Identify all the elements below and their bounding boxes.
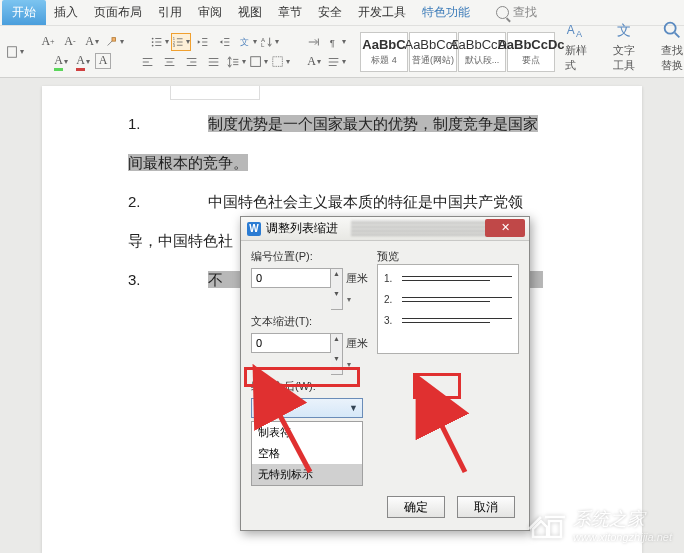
- styles-gallery[interactable]: AaBbC标题 4 AaBbCcD普通(网站) AaBbCcDd默认段... A…: [360, 32, 555, 72]
- number-position-input[interactable]: [251, 268, 331, 288]
- show-marks-button[interactable]: [326, 53, 346, 71]
- clipboard-button[interactable]: [4, 43, 24, 61]
- svg-text:文: 文: [617, 23, 631, 38]
- svg-line-50: [276, 408, 310, 472]
- align-right-button[interactable]: [182, 53, 202, 71]
- doc-text: 中国特色社会主义最本质的特征是中国共产党领: [208, 193, 523, 210]
- ribbon-toolbar: A+ A- A A A A 123 文 AL: [0, 26, 684, 78]
- list-number: 3.: [128, 260, 208, 299]
- svg-text:A: A: [567, 23, 575, 37]
- svg-rect-39: [272, 56, 282, 66]
- clear-format-button[interactable]: [104, 33, 124, 51]
- spinner-buttons[interactable]: ▲▼: [331, 333, 343, 375]
- tab-layout[interactable]: 页面布局: [86, 0, 150, 25]
- spinner-buttons[interactable]: ▲▼: [331, 268, 343, 310]
- preview-box: 1. 2. 3.: [377, 264, 519, 354]
- tab-view[interactable]: 视图: [230, 0, 270, 25]
- style-emphasis[interactable]: AaBbCcDc要点: [507, 32, 555, 72]
- title-blur: [351, 220, 501, 236]
- svg-point-6: [151, 44, 153, 46]
- chevron-down-icon: ▼: [349, 403, 358, 413]
- dialog-title: 调整列表缩进: [266, 220, 338, 237]
- font-color-button[interactable]: A: [73, 53, 93, 71]
- char-shading-button[interactable]: A: [304, 53, 324, 71]
- doc-text: 制度优势是一个国家最大的优势，制度竞争是国家: [208, 115, 538, 132]
- new-style-icon: AA: [565, 19, 587, 41]
- paragraph-marks-button[interactable]: ¶: [326, 33, 346, 51]
- watermark-url: www.xitongzhijia.net: [573, 531, 672, 543]
- svg-point-48: [665, 23, 676, 34]
- text-tools-icon: 文: [613, 19, 635, 41]
- watermark-logo-icon: [527, 509, 567, 541]
- svg-text:文: 文: [239, 36, 248, 46]
- svg-point-2: [151, 37, 153, 39]
- tab-indicator: [170, 86, 260, 100]
- sort-button[interactable]: AL: [259, 33, 279, 51]
- tab-stops-button[interactable]: [304, 33, 324, 51]
- watermark: 系统之家 www.xitongzhijia.net: [527, 507, 672, 543]
- line-spacing-button[interactable]: [226, 53, 246, 71]
- tab-devtools[interactable]: 开发工具: [350, 0, 414, 25]
- find-replace-button[interactable]: 查找替换▾: [655, 17, 684, 86]
- shading-button[interactable]: [248, 53, 268, 71]
- align-left-button[interactable]: [138, 53, 158, 71]
- new-style-button[interactable]: AA 新样式▾: [559, 17, 593, 86]
- list-number: 2.: [128, 182, 208, 221]
- char-border-button[interactable]: A: [95, 53, 111, 69]
- unit-selector[interactable]: 厘米: [346, 268, 369, 310]
- bullet-list-button[interactable]: [149, 33, 169, 51]
- tab-security[interactable]: 安全: [310, 0, 350, 25]
- tab-review[interactable]: 审阅: [190, 0, 230, 25]
- arrow-2: [430, 410, 480, 483]
- text-tools-button[interactable]: 文 文字工具▾: [607, 17, 641, 86]
- change-case-button[interactable]: A: [82, 33, 102, 51]
- svg-rect-38: [250, 56, 260, 66]
- ribbon-search[interactable]: 查找: [496, 4, 537, 21]
- svg-line-51: [438, 418, 465, 472]
- font-grow-button[interactable]: A+: [38, 33, 58, 51]
- style-heading4[interactable]: AaBbC标题 4: [360, 32, 408, 72]
- search-icon: [496, 6, 509, 19]
- tab-reference[interactable]: 引用: [150, 0, 190, 25]
- align-justify-button[interactable]: [204, 53, 224, 71]
- ok-button[interactable]: 确定: [387, 496, 445, 518]
- svg-text:A: A: [576, 29, 583, 39]
- align-center-button[interactable]: [160, 53, 180, 71]
- tab-special[interactable]: 特色功能: [414, 0, 478, 25]
- text-indent-input[interactable]: [251, 333, 331, 353]
- borders-button[interactable]: [270, 53, 290, 71]
- adjust-list-indent-dialog: W 调整列表缩进 ✕ 编号位置(P): ▲▼ 厘米 文本缩进(T): ▲▼ 厘米…: [240, 216, 530, 531]
- number-list-button[interactable]: 123: [171, 33, 191, 51]
- svg-point-4: [151, 41, 153, 43]
- close-button[interactable]: ✕: [485, 219, 525, 237]
- text-direction-button[interactable]: 文: [237, 33, 257, 51]
- svg-text:¶: ¶: [329, 36, 334, 47]
- increase-indent-button[interactable]: [215, 33, 235, 51]
- tab-chapter[interactable]: 章节: [270, 0, 310, 25]
- font-shrink-button[interactable]: A-: [60, 33, 80, 51]
- svg-text:3: 3: [173, 42, 176, 47]
- svg-text:L: L: [260, 41, 264, 48]
- dialog-titlebar[interactable]: W 调整列表缩进 ✕: [241, 217, 529, 241]
- search-placeholder: 查找: [513, 4, 537, 21]
- cancel-button[interactable]: 取消: [457, 496, 515, 518]
- arrow-1: [268, 400, 328, 483]
- list-number: 1.: [128, 104, 208, 143]
- doc-text: 导，中国特色社: [128, 232, 233, 249]
- app-icon: W: [247, 222, 261, 236]
- label-number-position: 编号位置(P):: [251, 249, 369, 264]
- svg-rect-1: [112, 37, 116, 41]
- tab-insert[interactable]: 插入: [46, 0, 86, 25]
- watermark-text: 系统之家: [573, 507, 672, 531]
- label-preview: 预览: [377, 249, 519, 264]
- doc-text: 间最根本的竞争。: [128, 154, 248, 171]
- unit-selector[interactable]: 厘米: [346, 333, 369, 375]
- label-text-indent: 文本缩进(T):: [251, 314, 369, 329]
- svg-rect-0: [7, 46, 16, 57]
- tab-start[interactable]: 开始: [2, 0, 46, 25]
- highlight-button[interactable]: A: [51, 53, 71, 71]
- find-replace-icon: [661, 19, 683, 41]
- decrease-indent-button[interactable]: [193, 33, 213, 51]
- svg-line-49: [675, 33, 680, 38]
